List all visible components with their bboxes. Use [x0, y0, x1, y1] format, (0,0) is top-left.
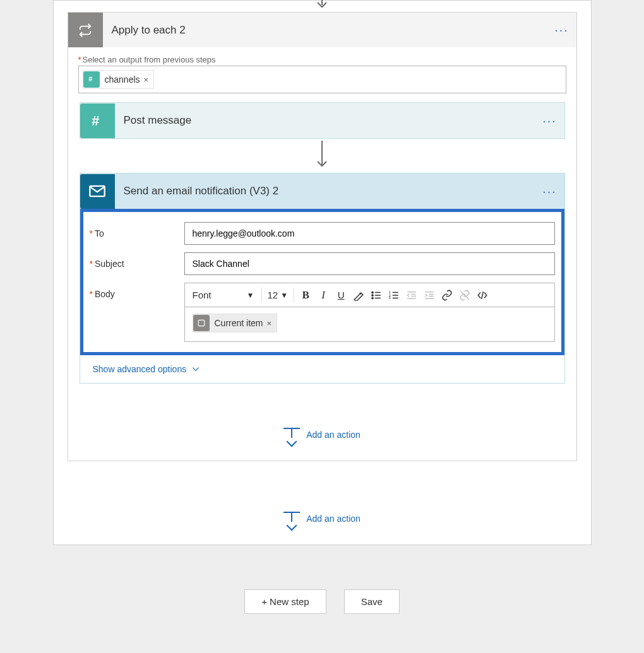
select-output-field: *Select an output from previous steps # … [68, 47, 576, 96]
svg-point-9 [372, 297, 373, 298]
nested-steps: # Post message ··· [80, 102, 565, 442]
select-output-input[interactable]: # channels × [78, 66, 566, 93]
send-email-header[interactable]: Send an email notification (V3) 2 ··· [80, 174, 564, 209]
current-item-remove[interactable]: × [267, 319, 272, 328]
footer-buttons: + New step Save [0, 589, 644, 614]
svg-rect-27 [198, 320, 204, 326]
subject-label: Subject [95, 259, 124, 269]
underline-button[interactable]: U [333, 286, 349, 304]
body-label: Body [95, 289, 115, 299]
loop-icon [193, 315, 210, 331]
show-advanced-options-link[interactable]: Show advanced options [80, 355, 564, 383]
color-button[interactable] [350, 286, 367, 304]
to-input[interactable] [184, 222, 555, 245]
code-view-button[interactable] [474, 286, 491, 304]
apply-to-each-card: Apply to each 2 ··· *Select an output fr… [68, 12, 577, 461]
insert-step-icon [283, 428, 300, 442]
channels-token-remove[interactable]: × [144, 75, 149, 85]
svg-text:3: 3 [389, 296, 391, 300]
numbered-list-button[interactable]: 123 [386, 286, 402, 304]
loop-icon [68, 13, 103, 47]
italic-button[interactable]: I [315, 286, 331, 304]
link-button[interactable] [439, 286, 455, 304]
to-label: To [95, 228, 104, 238]
current-item-label: Current item [215, 318, 263, 328]
svg-point-7 [372, 294, 373, 295]
outdent-button[interactable] [403, 286, 420, 304]
font-size-picker[interactable]: 12▼ [265, 286, 291, 304]
current-item-token[interactable]: Current item × [193, 314, 278, 332]
add-action-outer-button[interactable]: Add an action [54, 512, 591, 526]
indent-button[interactable] [421, 286, 438, 304]
post-message-card[interactable]: # Post message ··· [80, 102, 565, 139]
unlink-button[interactable] [456, 286, 473, 304]
insert-step-icon [283, 512, 300, 526]
chevron-down-icon [191, 365, 200, 374]
new-step-button[interactable]: + New step [244, 589, 326, 614]
arrow-into-loop [54, 1, 591, 12]
svg-point-5 [372, 291, 373, 293]
send-email-title: Send an email notification (V3) 2 [115, 185, 539, 197]
bulleted-list-button[interactable] [368, 286, 385, 304]
apply-to-each-header[interactable]: Apply to each 2 ··· [68, 13, 576, 47]
arrow-between-steps [80, 139, 565, 173]
flow-canvas: Apply to each 2 ··· *Select an output fr… [53, 0, 592, 545]
post-message-menu-button[interactable]: ··· [539, 114, 564, 128]
svg-text:#: # [88, 75, 92, 83]
add-action-inner-button[interactable]: Add an action [80, 428, 565, 442]
font-picker[interactable]: Font▼ [189, 286, 258, 304]
slack-icon: # [80, 103, 115, 138]
svg-line-26 [482, 291, 484, 299]
mail-icon [80, 174, 115, 209]
send-email-menu-button[interactable]: ··· [539, 184, 564, 199]
post-message-title: Post message [115, 114, 539, 127]
bold-button[interactable]: B [297, 286, 314, 304]
svg-text:#: # [92, 113, 99, 129]
channels-token-label: channels [105, 74, 140, 85]
send-email-card: Send an email notification (V3) 2 ··· *T… [80, 173, 565, 384]
channels-token[interactable]: # channels × [83, 70, 155, 89]
save-button[interactable]: Save [344, 589, 400, 614]
select-output-label: *Select an output from previous steps [78, 55, 566, 64]
rich-text-toolbar: Font▼ 12▼ B I U [184, 283, 555, 307]
body-editor[interactable]: Current item × [184, 307, 555, 342]
slack-icon: # [83, 71, 100, 88]
email-form: *To *Subject *Body [80, 209, 564, 355]
subject-input[interactable] [184, 252, 555, 275]
apply-to-each-title: Apply to each 2 [103, 24, 551, 37]
apply-to-each-menu-button[interactable]: ··· [551, 23, 576, 37]
